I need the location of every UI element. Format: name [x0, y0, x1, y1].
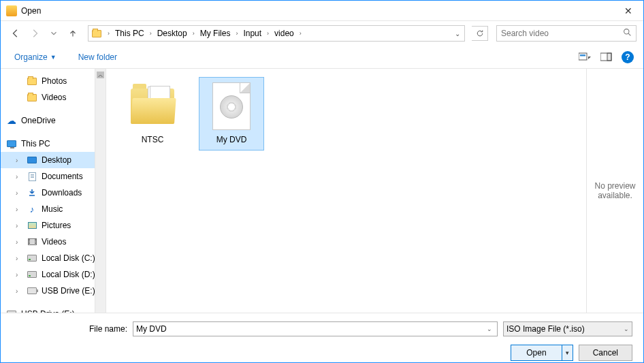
- scrollbar-up-icon[interactable]: [97, 72, 104, 78]
- breadcrumb[interactable]: video: [272, 26, 297, 41]
- breadcrumb[interactable]: Input: [240, 26, 264, 41]
- up-button[interactable]: [65, 25, 81, 42]
- cancel-button[interactable]: Cancel: [579, 345, 632, 361]
- document-icon: [27, 171, 37, 182]
- expand-icon[interactable]: ›: [16, 238, 24, 246]
- item-label: NTSC: [123, 135, 182, 144]
- nav-tree[interactable]: Photos Videos ›☁OneDrive ⌄This PC ›Deskt…: [1, 69, 106, 313]
- recent-dropdown[interactable]: [46, 25, 62, 42]
- breadcrumb[interactable]: Desktop: [155, 26, 190, 41]
- file-item-iso[interactable]: My DVD: [199, 77, 264, 151]
- desktop-icon: [27, 155, 37, 165]
- expand-icon[interactable]: ›: [16, 255, 24, 262]
- view-options-button[interactable]: [575, 50, 594, 65]
- filter-combo[interactable]: ISO Image File (*.iso) ⌄: [503, 321, 632, 336]
- preview-pane-button[interactable]: [597, 50, 616, 65]
- expand-icon[interactable]: ›: [1, 311, 5, 313]
- tree-node[interactable]: ›USB Drive (E:): [1, 306, 106, 313]
- expand-icon[interactable]: ›: [1, 117, 5, 125]
- tree-node-onedrive[interactable]: ›☁OneDrive: [1, 112, 106, 129]
- forward-button[interactable]: [27, 25, 43, 42]
- tree-node-desktop[interactable]: ›Desktop: [1, 152, 106, 168]
- tree-label: Pictures: [42, 221, 71, 230]
- tree-node[interactable]: ›Pictures: [1, 217, 106, 234]
- close-button[interactable]: ✕: [613, 1, 643, 20]
- address-bar[interactable]: › This PC › Desktop › My Files › Input ›…: [88, 25, 465, 42]
- chevron-right-icon[interactable]: ›: [297, 30, 304, 37]
- tree-label: Downloads: [42, 188, 82, 198]
- expand-icon[interactable]: ›: [16, 206, 24, 213]
- folder-large-icon: [123, 82, 182, 131]
- tree-scrollbar[interactable]: [95, 69, 106, 313]
- breadcrumb[interactable]: This PC: [112, 26, 147, 41]
- caret-down-icon: ⌄: [624, 326, 629, 332]
- tree-node[interactable]: Videos: [1, 89, 106, 106]
- tree-label: Photos: [42, 76, 67, 86]
- toolbar: Organize▼ New folder ?: [1, 46, 643, 69]
- download-icon: [27, 187, 37, 198]
- video-icon: [27, 236, 37, 247]
- tree-node[interactable]: ›Videos: [1, 234, 106, 250]
- expand-icon[interactable]: ›: [16, 222, 24, 230]
- open-split-dropdown[interactable]: ▼: [562, 345, 573, 360]
- cancel-label: Cancel: [579, 348, 632, 358]
- usb-icon: [6, 309, 17, 313]
- open-button[interactable]: Open ▼: [511, 345, 573, 361]
- organize-button[interactable]: Organize▼: [10, 50, 61, 65]
- tree-label: Videos: [42, 93, 66, 102]
- tree-node[interactable]: ›♪Music: [1, 201, 106, 217]
- back-button[interactable]: [7, 25, 24, 42]
- cloud-icon: ☁: [6, 115, 17, 126]
- tree-node[interactable]: Photos: [1, 73, 106, 89]
- expand-icon[interactable]: ›: [16, 189, 24, 197]
- chevron-right-icon[interactable]: ›: [190, 30, 197, 37]
- preview-pane: No preview available.: [586, 69, 643, 313]
- disk-icon: [27, 269, 37, 280]
- caret-down-icon[interactable]: ⌄: [485, 326, 494, 332]
- expand-icon[interactable]: ›: [16, 271, 24, 279]
- expand-icon[interactable]: ›: [16, 173, 24, 180]
- tree-node-thispc[interactable]: ⌄This PC: [1, 136, 106, 152]
- expand-icon[interactable]: ›: [16, 287, 24, 295]
- expand-icon[interactable]: ›: [16, 157, 24, 164]
- search-icon[interactable]: [623, 28, 632, 39]
- search-input[interactable]: [501, 29, 623, 38]
- tree-node[interactable]: ›Downloads: [1, 185, 106, 201]
- chevron-right-icon[interactable]: ›: [264, 30, 272, 37]
- tree-node[interactable]: ›USB Drive (E:): [1, 283, 106, 299]
- app-icon: [6, 5, 17, 16]
- breadcrumb[interactable]: My Files: [197, 26, 234, 41]
- svg-rect-2: [580, 54, 585, 57]
- svg-rect-1: [579, 53, 587, 60]
- nav-row: › This PC › Desktop › My Files › Input ›…: [1, 21, 643, 46]
- chevron-right-icon[interactable]: ›: [233, 30, 240, 37]
- file-item-folder[interactable]: NTSC: [120, 77, 185, 151]
- tree-node[interactable]: ›Local Disk (C:): [1, 250, 106, 266]
- tree-node[interactable]: ›Local Disk (D:): [1, 266, 106, 283]
- help-button[interactable]: ?: [622, 51, 634, 63]
- content-pane: NTSC My DVD No preview available.: [106, 69, 643, 313]
- chevron-right-icon[interactable]: ›: [147, 30, 155, 37]
- filename-input[interactable]: [136, 324, 485, 334]
- tree-label: Local Disk (D:): [42, 270, 95, 279]
- tree-node[interactable]: ›Documents: [1, 168, 106, 185]
- filename-label: File name:: [12, 324, 127, 334]
- usb-icon: [27, 285, 37, 296]
- organize-label: Organize: [14, 52, 48, 62]
- search-box[interactable]: [496, 25, 637, 42]
- refresh-button[interactable]: [472, 26, 488, 41]
- filename-combo[interactable]: ⌄: [133, 321, 498, 336]
- open-label: Open: [511, 348, 561, 358]
- collapse-icon[interactable]: ⌄: [1, 140, 5, 148]
- address-dropdown[interactable]: ⌄: [451, 30, 464, 37]
- chevron-right-icon[interactable]: ›: [105, 30, 112, 37]
- filter-label: ISO Image File (*.iso): [506, 324, 585, 334]
- preview-text: No preview available.: [592, 181, 638, 200]
- new-folder-button[interactable]: New folder: [74, 50, 121, 65]
- music-icon: ♪: [27, 204, 37, 215]
- items-area[interactable]: NTSC My DVD: [106, 69, 586, 313]
- tree-label: This PC: [21, 139, 50, 148]
- window-title: Open: [21, 6, 613, 16]
- monitor-icon: [6, 138, 17, 149]
- svg-point-0: [624, 29, 629, 34]
